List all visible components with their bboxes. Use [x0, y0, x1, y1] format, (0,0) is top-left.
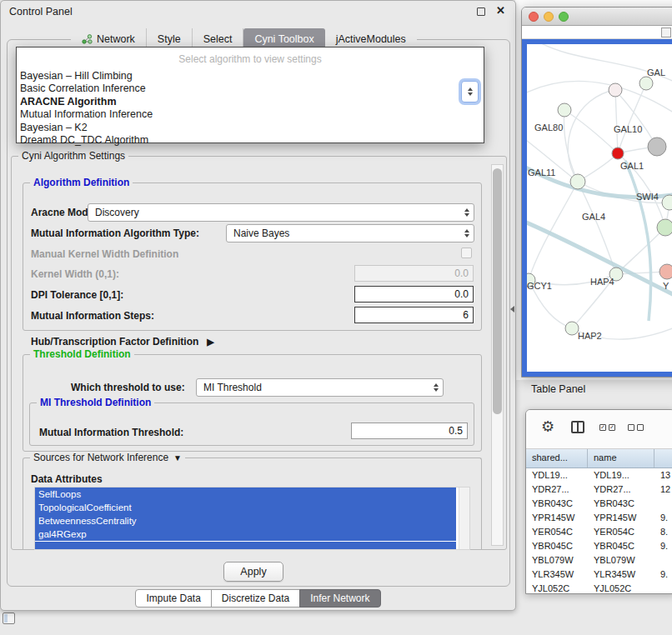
network-node-label: GAL10 — [614, 124, 642, 134]
table-row[interactable]: YBR043C YBR043C — [526, 497, 672, 511]
kernel-width-input — [354, 265, 474, 282]
algorithm-popup-item[interactable]: Dream8 DC_TDC Algorithm — [17, 134, 484, 147]
mi-algorithm-type-select[interactable]: Naive Bayes — [226, 224, 474, 242]
kernel-width-label: Kernel Width (0,1): — [31, 266, 119, 282]
algorithm-popup-item[interactable]: ARACNE Algorithm — [17, 96, 484, 108]
zoom-button[interactable] — [559, 12, 569, 22]
list-item-partial[interactable] — [35, 542, 456, 549]
float-window-icon[interactable] — [477, 8, 485, 16]
network-canvas[interactable]: GALGAL80GAL10GAL11GAL1SWI4GAL4GCY1HAP4HA… — [527, 44, 672, 372]
collapsed-panel-icon[interactable] — [3, 612, 15, 624]
birdseye-toggle-icon[interactable] — [661, 28, 671, 38]
mi-threshold-input[interactable] — [351, 422, 468, 439]
sources-section-toggle[interactable]: Sources for Network Inference▼ — [30, 452, 185, 464]
show-checked-columns-icon[interactable]: ✓✓ — [599, 424, 615, 431]
table-cell: YDR27... — [588, 482, 654, 497]
list-item[interactable]: BetweennessCentrality — [35, 514, 456, 528]
column-header-partial[interactable] — [654, 449, 672, 468]
network-node-label: GAL1 — [620, 161, 644, 171]
tab-style-label: Style — [158, 33, 181, 45]
mi-algorithm-type-label: Mutual Information Algorithm Type: — [31, 225, 199, 242]
aracne-mode-select[interactable]: Discovery — [88, 203, 474, 222]
minimize-button[interactable] — [544, 12, 554, 22]
mi-steps-label: Mutual Information Steps: — [31, 308, 154, 324]
list-item[interactable]: gal4RGexp — [35, 528, 456, 541]
network-node-label: GAL11 — [528, 168, 555, 178]
select-arrows-icon — [464, 229, 469, 238]
list-item[interactable]: TopologicalCoefficient — [35, 501, 456, 514]
column-header-name[interactable]: name — [588, 449, 654, 468]
network-node[interactable] — [609, 83, 622, 97]
which-threshold-label: Which threshold to use: — [71, 379, 185, 396]
network-window-titlebar[interactable] — [522, 8, 672, 26]
tab-infer-network[interactable]: Infer Network — [299, 589, 380, 608]
select-columns-icon[interactable] — [571, 421, 584, 433]
network-node-label: HAP2 — [578, 331, 602, 341]
network-node[interactable] — [657, 219, 672, 236]
tab-discretize-data[interactable]: Discretize Data — [211, 589, 300, 608]
mi-threshold-label: Mutual Information Threshold: — [39, 424, 183, 441]
table-cell: YDR27... — [526, 482, 588, 497]
table-row[interactable]: YBR045C YBR045C 9. — [526, 539, 672, 553]
dpi-tolerance-input[interactable] — [354, 286, 474, 302]
algorithm-definition-title: Algorithm Definition — [30, 177, 133, 188]
table-toolbar: ⚙ ✓✓ — [526, 410, 672, 449]
which-threshold-select[interactable]: MI Threshold — [196, 378, 444, 397]
table-cell: 12 — [654, 482, 672, 497]
apply-button[interactable]: Apply — [223, 562, 283, 582]
mi-steps-input[interactable] — [354, 307, 474, 323]
network-node[interactable] — [648, 138, 666, 156]
network-canvas-svg[interactable]: GALGAL80GAL10GAL11GAL1SWI4GAL4GCY1HAP4HA… — [527, 44, 672, 372]
hub-section-label: Hub/Transcription Factor Definition — [31, 336, 198, 348]
tab-select-label: Select — [203, 33, 233, 45]
table-panel-window: ⚙ ✓✓ shared... name YDL19... YDL19... 13… — [525, 409, 672, 594]
data-attributes-list[interactable]: SelfLoopsTopologicalCoefficientBetweenne… — [34, 487, 470, 550]
table-row[interactable]: YPR145W YPR145W 9. — [526, 511, 672, 525]
tab-jactivemodules-label: jActiveModules — [336, 33, 406, 45]
algorithm-popup-item[interactable]: Bayesian – K2 — [17, 122, 484, 134]
panel-resize-grip[interactable] — [510, 306, 514, 312]
network-node[interactable] — [558, 103, 571, 117]
network-node-label: SWI4 — [636, 192, 659, 202]
algorithm-popup-item[interactable]: Bayesian – Hill Climbing — [17, 70, 484, 82]
table-cell: 13 — [654, 468, 672, 482]
threshold-definition-title: Threshold Definition — [30, 348, 134, 360]
mi-algorithm-type-value: Naive Bayes — [233, 228, 289, 239]
network-node[interactable] — [612, 148, 624, 159]
algorithm-popup-item[interactable]: Mutual Information Inference — [17, 108, 484, 121]
hub-section-toggle[interactable]: Hub/Transcription Factor Definition▶ — [31, 333, 214, 350]
table-cell: YER054C — [588, 525, 654, 539]
table-cell: YPR145W — [588, 511, 654, 525]
network-node-label: Y — [663, 281, 669, 291]
table-settings-gear-icon[interactable]: ⚙ — [541, 418, 554, 436]
close-button[interactable] — [529, 12, 539, 22]
network-tab-icon — [82, 34, 93, 44]
aracne-mode-value: Discovery — [95, 207, 139, 218]
table-row[interactable]: YJL052C YJL052C — [526, 582, 672, 593]
table-row[interactable]: YDR27... YDR27... 12 — [526, 482, 672, 497]
table-cell: 9. — [654, 511, 672, 525]
column-header-shared-name[interactable]: shared... — [526, 449, 588, 468]
settings-scrollbar-thumb[interactable] — [493, 168, 502, 414]
table-cell: 9. — [654, 568, 672, 582]
manual-kernel-width-checkbox[interactable] — [461, 248, 472, 258]
hide-columns-icon[interactable] — [628, 424, 644, 431]
combobox-arrows-icon — [468, 88, 473, 91]
network-node[interactable] — [570, 174, 585, 189]
table-row[interactable]: YBL079W YBL079W — [526, 553, 672, 568]
settings-scrollbar[interactable] — [491, 164, 504, 546]
list-item[interactable]: SelfLoops — [35, 488, 456, 501]
network-node[interactable] — [565, 322, 579, 335]
bottom-tab-bar: Impute Data Discretize Data Infer Networ… — [1, 589, 515, 608]
table-row[interactable]: YLR345W YLR345W 9. — [526, 568, 672, 582]
tab-impute-data[interactable]: Impute Data — [135, 589, 211, 608]
algorithm-popup-item[interactable]: Basic Correlation Inference — [17, 82, 484, 95]
table-row[interactable]: YER054C YER054C 8. — [526, 525, 672, 539]
algorithm-combobox-button[interactable] — [461, 81, 479, 102]
list-scrollbar[interactable] — [459, 488, 469, 549]
network-node[interactable] — [639, 77, 653, 90]
table-row[interactable]: YDL19... YDL19... 13 — [526, 468, 672, 482]
table-body: YDL19... YDL19... 13 YDR27... YDR27... 1… — [526, 468, 672, 593]
close-window-icon[interactable]: ✕ — [496, 4, 505, 17]
network-node[interactable] — [659, 264, 672, 279]
